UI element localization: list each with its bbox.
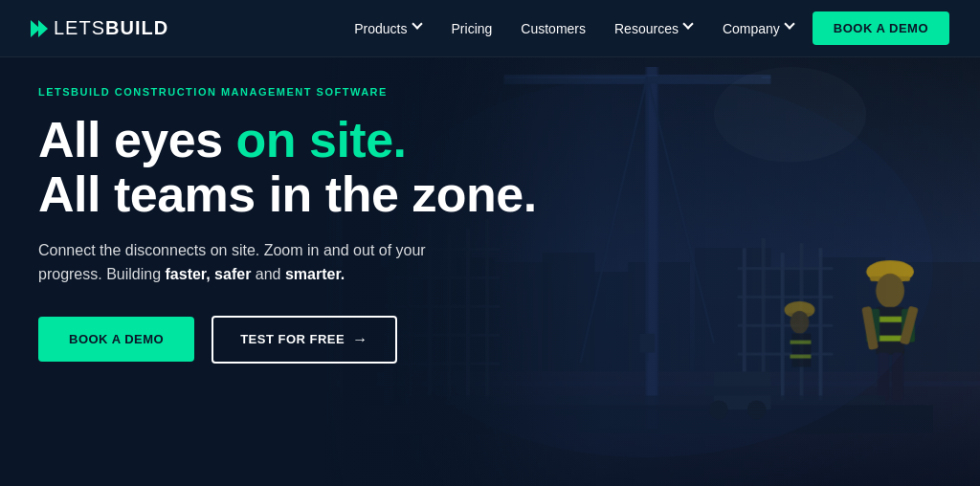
hero-title-line2: All teams in the zone. xyxy=(38,166,537,222)
hero-description: Connect the disconnects on site. Zoom in… xyxy=(38,239,479,287)
company-dropdown-icon xyxy=(784,23,795,34)
book-demo-button[interactable]: BOOK A DEMO xyxy=(813,11,949,45)
nav-links: Products Pricing Customers Resources Com… xyxy=(343,11,949,45)
book-demo-hero-button[interactable]: BOOK A DEMO xyxy=(38,317,194,362)
logo[interactable]: LETSBUILD xyxy=(31,17,168,39)
hero-content: LETSBUILD CONSTRUCTION MANAGEMENT SOFTWA… xyxy=(38,86,537,364)
logo-text: LETSBUILD xyxy=(54,17,168,39)
nav-item-pricing[interactable]: Pricing xyxy=(440,15,504,42)
hero-buttons: BOOK A DEMO TEST FOR FREE → xyxy=(38,316,537,364)
resources-dropdown-icon xyxy=(682,23,694,34)
navbar: LETSBUILD Products Pricing Customers Res… xyxy=(0,0,980,57)
nav-item-resources[interactable]: Resources xyxy=(603,15,705,42)
hero-title: All eyes on site. All teams in the zone. xyxy=(38,113,537,222)
nav-item-customers[interactable]: Customers xyxy=(509,15,597,42)
test-for-free-button[interactable]: TEST FOR FREE → xyxy=(212,316,397,364)
nav-item-company[interactable]: Company xyxy=(711,15,807,42)
hero-section: LETSBUILD CONSTRUCTION MANAGEMENT SOFTWA… xyxy=(0,57,980,486)
nav-item-products[interactable]: Products xyxy=(343,15,434,42)
products-dropdown-icon xyxy=(412,23,423,34)
arrow-right-icon: → xyxy=(352,331,368,348)
chevron2-icon xyxy=(38,20,48,37)
hero-title-line1: All eyes on site. xyxy=(38,112,407,167)
logo-icon xyxy=(31,20,48,37)
hero-subtitle: LETSBUILD CONSTRUCTION MANAGEMENT SOFTWA… xyxy=(38,86,537,98)
